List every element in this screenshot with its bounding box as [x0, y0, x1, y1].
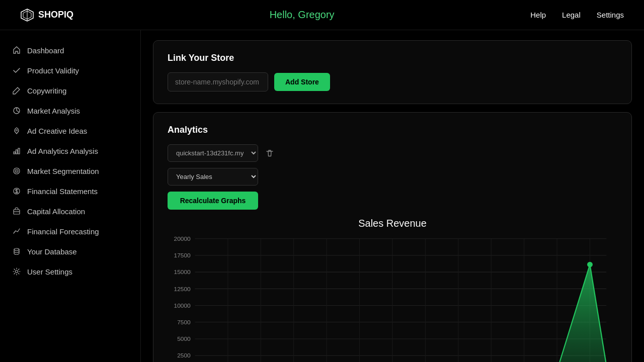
home-icon	[12, 46, 21, 55]
sidebar-item-user-settings[interactable]: User Settings	[0, 261, 140, 282]
check-icon	[12, 66, 21, 75]
trend-icon	[12, 227, 21, 236]
analytics-controls: quickstart-13d231fc.myshopif... Yearly S…	[168, 144, 617, 210]
svg-text:20000: 20000	[174, 235, 191, 242]
sidebar-label-product-validity: Product Validity	[27, 66, 79, 75]
svg-text:5000: 5000	[177, 335, 191, 342]
chart-container: Sales Revenue	[168, 218, 617, 362]
delete-store-button[interactable]	[263, 147, 276, 160]
logo-icon	[20, 8, 34, 22]
sales-revenue-chart: 20000 17500 15000 12500 10000 7500 5000 …	[168, 233, 617, 362]
pen-icon	[12, 86, 21, 95]
svg-text:15000: 15000	[174, 269, 191, 276]
svg-rect-6	[16, 150, 18, 154]
svg-point-14	[14, 248, 19, 250]
sidebar: Dashboard Product Validity Copywriting M…	[0, 30, 141, 362]
sidebar-item-dashboard[interactable]: Dashboard	[0, 40, 140, 60]
sidebar-label-financial-forecasting: Financial Forecasting	[27, 227, 99, 236]
database-icon	[12, 247, 21, 256]
sidebar-item-market-analysis[interactable]: Market Analysis	[0, 101, 140, 121]
sidebar-label-your-database: Your Database	[27, 247, 77, 256]
recalculate-button[interactable]: Recalculate Graphs	[168, 192, 258, 210]
add-store-button[interactable]: Add Store	[274, 73, 330, 91]
analytics-card: Analytics quickstart-13d231fc.myshopif..…	[153, 112, 632, 362]
trash-icon	[265, 149, 274, 158]
sidebar-label-user-settings: User Settings	[27, 267, 72, 276]
sidebar-item-your-database[interactable]: Your Database	[0, 241, 140, 261]
target-icon	[12, 166, 21, 175]
dollar-icon	[12, 187, 21, 196]
logo: SHOPIQ	[20, 8, 73, 22]
svg-point-10	[16, 170, 17, 171]
store-input-row: Add Store	[168, 72, 617, 92]
gear-icon	[12, 267, 21, 276]
nav-legal[interactable]: Legal	[562, 11, 581, 19]
svg-text:10000: 10000	[174, 302, 191, 309]
sidebar-label-ad-analytics: Ad Analytics Analysis	[27, 147, 98, 155]
nav-settings[interactable]: Settings	[597, 11, 624, 19]
svg-rect-5	[14, 152, 15, 154]
chart-title: Sales Revenue	[168, 218, 617, 229]
nav-help[interactable]: Help	[530, 11, 546, 19]
svg-text:2500: 2500	[177, 352, 191, 359]
briefcase-icon	[12, 207, 21, 216]
link-store-card: Link Your Store Add Store	[153, 40, 632, 104]
sidebar-label-capital-allocation: Capital Allocation	[27, 207, 85, 216]
svg-text:7500: 7500	[177, 319, 191, 326]
sidebar-label-copywriting: Copywriting	[27, 86, 66, 95]
link-store-title: Link Your Store	[168, 53, 617, 63]
sidebar-item-copywriting[interactable]: Copywriting	[0, 80, 140, 101]
greeting: Hello, Gregory	[270, 9, 335, 21]
sidebar-item-product-validity[interactable]: Product Validity	[0, 60, 140, 80]
sidebar-label-financial-statements: Financial Statements	[27, 187, 98, 196]
sidebar-item-market-segmentation[interactable]: Market Segmentation	[0, 161, 140, 181]
svg-rect-7	[18, 148, 20, 154]
sidebar-item-capital-allocation[interactable]: Capital Allocation	[0, 201, 140, 221]
main-layout: Dashboard Product Validity Copywriting M…	[0, 30, 644, 362]
svg-point-58	[587, 262, 593, 267]
sidebar-item-financial-statements[interactable]: Financial Statements	[0, 181, 140, 201]
sidebar-label-dashboard: Dashboard	[27, 46, 64, 55]
pie-icon	[12, 106, 21, 115]
top-nav: SHOPIQ Hello, Gregory Help Legal Setting…	[0, 0, 644, 30]
analytics-title: Analytics	[168, 125, 617, 135]
store-selector[interactable]: quickstart-13d231fc.myshopif...	[168, 144, 258, 162]
app-name: SHOPIQ	[38, 10, 73, 20]
main-content: Link Your Store Add Store Analytics quic…	[141, 30, 644, 362]
period-selector[interactable]: Yearly Sales Monthly Sales Weekly Sales	[168, 168, 258, 186]
sidebar-label-market-segmentation: Market Segmentation	[27, 167, 99, 175]
svg-text:12500: 12500	[174, 286, 191, 293]
sidebar-item-ad-creative-ideas[interactable]: Ad Creative Ideas	[0, 121, 140, 141]
sidebar-item-financial-forecasting[interactable]: Financial Forecasting	[0, 221, 140, 241]
sidebar-item-ad-analytics[interactable]: Ad Analytics Analysis	[0, 141, 140, 161]
bar-icon	[12, 146, 21, 155]
sidebar-label-ad-creative-ideas: Ad Creative Ideas	[27, 127, 87, 135]
svg-point-4	[16, 130, 18, 131]
svg-text:17500: 17500	[174, 252, 191, 259]
svg-point-15	[16, 270, 18, 273]
store-selector-row: quickstart-13d231fc.myshopif...	[168, 144, 617, 162]
rocket-icon	[12, 126, 21, 135]
sidebar-label-market-analysis: Market Analysis	[27, 107, 80, 115]
nav-links: Help Legal Settings	[530, 11, 624, 19]
store-name-input[interactable]	[168, 72, 268, 92]
